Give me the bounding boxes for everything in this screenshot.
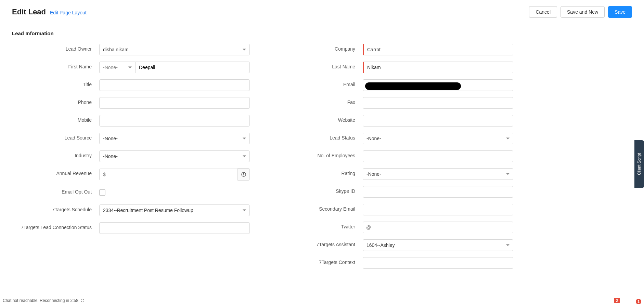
chevron-down-icon [243, 49, 246, 51]
row-skype: Skype ID [275, 186, 525, 198]
label-first-name: First Name [12, 62, 99, 69]
label-lead-owner: Lead Owner [12, 44, 99, 52]
chevron-down-icon [506, 244, 510, 246]
row-title: Title [12, 79, 262, 91]
label-secondary-email: Secondary Email [275, 204, 363, 212]
row-twitter: Twitter @ [275, 222, 525, 233]
company-input[interactable] [363, 44, 513, 55]
fax-input[interactable] [363, 97, 513, 109]
lead-status-value: -None- [366, 136, 381, 141]
row-schedule: 7Targets Schedule 2334--Recruitment Post… [12, 204, 262, 216]
email-opt-out-checkbox[interactable] [99, 189, 105, 196]
schedule-select[interactable]: 2334--Recruitment Post Resume Followup [99, 204, 250, 216]
save-button[interactable]: Save [608, 6, 632, 18]
row-assistant: 7Targets Assistant 1604--Ashley [275, 239, 525, 251]
label-phone: Phone [12, 97, 99, 105]
reload-icon[interactable] [80, 299, 85, 303]
header-left: Edit Lead Edit Page Layout [12, 8, 87, 16]
label-no-employees: No. of Employees [275, 150, 363, 158]
footer-bar: Chat not reachable. Reconnecting in 2:58 [0, 296, 644, 305]
chevron-down-icon [128, 67, 132, 68]
chevron-down-icon [243, 156, 246, 157]
form-content: Lead Information Lead Owner disha nikam … [0, 24, 644, 285]
row-email-opt-out: Email Opt Out [12, 187, 262, 198]
website-input[interactable] [363, 115, 513, 127]
chevron-down-icon [243, 210, 246, 211]
label-title: Title [12, 79, 99, 87]
annual-revenue-input[interactable] [99, 169, 237, 180]
notification-badge-2[interactable]: 1 [636, 299, 641, 304]
label-skype: Skype ID [275, 186, 363, 194]
chevron-down-icon [243, 138, 246, 140]
title-input[interactable] [99, 79, 250, 91]
cancel-button[interactable]: Cancel [529, 6, 557, 18]
row-company: Company [275, 44, 525, 55]
context-input[interactable] [363, 257, 513, 269]
assistant-select[interactable]: 1604--Ashley [363, 239, 513, 251]
lead-conn-status-input[interactable] [99, 222, 250, 234]
save-and-new-button[interactable]: Save and New [561, 6, 605, 18]
label-fax: Fax [275, 97, 363, 105]
row-industry: Industry -None- [12, 150, 262, 162]
no-employees-input[interactable] [363, 150, 513, 162]
phone-input[interactable] [99, 97, 250, 109]
label-email: Email [275, 79, 363, 87]
label-industry: Industry [12, 150, 99, 158]
edit-page-layout-link[interactable]: Edit Page Layout [50, 10, 87, 15]
row-phone: Phone [12, 97, 262, 109]
first-name-input[interactable] [135, 62, 250, 73]
industry-select[interactable]: -None- [99, 150, 250, 162]
chevron-down-icon [506, 173, 510, 175]
label-website: Website [275, 115, 363, 123]
info-icon[interactable] [237, 168, 250, 181]
label-twitter: Twitter [275, 222, 363, 229]
schedule-value: 2334--Recruitment Post Resume Followup [103, 208, 193, 213]
label-email-opt-out: Email Opt Out [12, 187, 99, 195]
row-rating: Rating -None- [275, 168, 525, 180]
chevron-down-icon [506, 138, 510, 140]
form-columns: Lead Owner disha nikam First Name -None- [12, 44, 632, 275]
client-script-tab[interactable]: Client Script [634, 140, 644, 188]
lead-owner-select[interactable]: disha nikam [99, 44, 250, 55]
section-title: Lead Information [12, 30, 632, 36]
mobile-input[interactable] [99, 115, 250, 127]
row-first-name: First Name -None- [12, 62, 262, 73]
row-lead-owner: Lead Owner disha nikam [12, 44, 262, 55]
label-lead-conn-status: 7Targets Lead Connection Status [12, 222, 99, 230]
page-header: Edit Lead Edit Page Layout Cancel Save a… [0, 0, 644, 24]
label-lead-status: Lead Status [275, 133, 363, 141]
label-rating: Rating [275, 168, 363, 176]
row-email: Email [275, 79, 525, 91]
lead-owner-value: disha nikam [103, 47, 129, 52]
twitter-input[interactable] [363, 222, 513, 233]
label-lead-source: Lead Source [12, 133, 99, 141]
row-last-name: Last Name [275, 62, 525, 73]
header-actions: Cancel Save and New Save [529, 6, 632, 18]
email-input[interactable] [363, 79, 513, 91]
email-redacted [365, 82, 461, 90]
label-schedule: 7Targets Schedule [12, 204, 99, 212]
notification-badge-1[interactable]: 2 [614, 298, 620, 303]
secondary-email-input[interactable] [363, 204, 513, 215]
rating-value: -None- [366, 171, 381, 177]
industry-value: -None- [103, 154, 118, 159]
last-name-input[interactable] [363, 62, 513, 73]
rating-select[interactable]: -None- [363, 168, 513, 180]
lead-source-value: -None- [103, 136, 118, 141]
salutation-select[interactable]: -None- [99, 62, 135, 73]
row-lead-source: Lead Source -None- [12, 133, 262, 144]
form-column-right: Company Last Name Email [275, 44, 525, 275]
row-lead-status: Lead Status -None- [275, 133, 525, 144]
skype-input[interactable] [363, 186, 513, 198]
lead-source-select[interactable]: -None- [99, 133, 250, 144]
label-assistant: 7Targets Assistant [275, 239, 363, 247]
page-title: Edit Lead [12, 8, 46, 16]
form-column-left: Lead Owner disha nikam First Name -None- [12, 44, 262, 275]
lead-status-select[interactable]: -None- [363, 133, 513, 144]
row-mobile: Mobile [12, 115, 262, 127]
chat-status: Chat not reachable. Reconnecting in 2:58 [3, 298, 78, 303]
assistant-value: 1604--Ashley [366, 242, 395, 248]
row-annual-revenue: Annual Revenue [12, 168, 262, 181]
svg-point-2 [243, 173, 244, 174]
label-company: Company [275, 44, 363, 52]
